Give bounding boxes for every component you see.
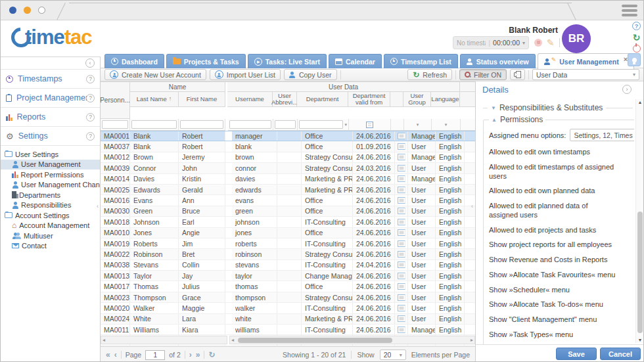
column-header-first-name[interactable]: First Name [179,92,225,107]
last-page-button[interactable]: » [196,351,200,359]
scrollbar-thumb[interactable] [637,212,643,334]
sidebar-item-account-management[interactable]: ⌂Account Management [1,221,100,231]
department-history-icon[interactable] [398,143,405,150]
department-history-icon[interactable] [398,197,405,204]
edit-pencil-icon[interactable]: ✎ [547,38,555,47]
sidebar-collapse-button[interactable]: ‹ [85,58,95,68]
tips-bulb-button[interactable] [628,53,641,66]
page-number-input[interactable] [145,350,165,360]
sidebar-item-user-management-changelog[interactable]: User Management Changelog [1,180,100,191]
column-header-username[interactable]: Username [227,92,273,107]
table-row[interactable]: MA0011WilliamsKiarawilliamsIT-Consulting… [101,325,475,335]
table-row[interactable]: MA0020WalkerMaggiewalkerIT-Consulting24.… [101,303,475,313]
logout-power-icon[interactable] [633,45,641,53]
department-history-icon[interactable] [398,208,405,214]
tab-user-management[interactable]: ✎User Management× [538,53,634,69]
scroll-left-icon[interactable]: ◂ [103,337,105,343]
assigned-menu-select[interactable]: Settings, 12, Timesta ▾ [570,129,634,141]
create-new-user-button[interactable]: Create New User Account [104,69,206,80]
table-row[interactable]: MA0030GreenBrucegreenOffice24.06.2016Use… [101,206,475,217]
table-row[interactable]: MA0022RobinsonBretrobinsonStrategy Consu… [101,249,475,260]
filter-department-input[interactable] [299,120,343,129]
table-row[interactable]: MA0017ThomasJuliusthomasOffice24.06.2016… [101,281,475,292]
department-history-icon[interactable] [398,327,405,333]
tab-tasks-live-start[interactable]: ▶Tasks: Live Start [248,54,327,68]
prev-page-button[interactable]: ‹ [114,351,117,359]
refresh-button[interactable]: ↻ Refresh [407,69,452,80]
help-icon[interactable]: ? [86,113,95,122]
department-history-icon[interactable] [398,240,405,247]
chevron-down-icon[interactable]: ▾ [522,40,525,46]
section-responsibilities[interactable]: ▼ Responsibilities & Substitutes [483,103,633,112]
department-history-icon[interactable] [398,175,405,182]
avatar[interactable]: BR [562,24,591,53]
sidebar-item-user-settings[interactable]: User Settings [1,149,100,160]
department-history-icon[interactable] [398,261,405,268]
page-size-select[interactable]: 20 ▾ [380,350,406,360]
table-row[interactable]: MA0013TaylorJaytaylorChange Management24… [101,271,475,281]
column-header-valid-from[interactable]: Department valid from [348,92,390,107]
right-pane-scrollbar[interactable]: ◂ ▸ [229,336,475,344]
section-permissions[interactable]: ▲ Permissions [489,115,545,124]
timestamp-widget[interactable]: No timestamp run... | 00:00:00 ▾ [453,36,529,49]
filter-last-name-input[interactable] [131,120,177,129]
chevron-down-icon[interactable]: ▾ [417,122,419,127]
filter-personnel-input[interactable] [102,120,128,129]
left-pane-scrollbar[interactable]: ◂ [101,336,227,344]
sidebar-item-project-management[interactable]: Project Management? [1,89,100,108]
help-icon[interactable]: ? [86,132,95,141]
department-history-icon[interactable] [398,219,405,225]
table-row[interactable]: MA0023ThompsonGracethompsonStrategy Cons… [101,292,475,303]
chevron-down-icon[interactable]: ▾ [344,122,347,127]
help-icon[interactable]: ? [86,75,95,83]
filter-first-name-input[interactable] [180,120,223,129]
filter-on-button[interactable]: Filter ON [459,69,507,80]
help-icon[interactable]: ? [86,94,95,102]
scroll-up-icon[interactable]: ▲ [636,100,644,104]
department-history-icon[interactable] [398,315,405,322]
department-history-icon[interactable] [398,283,405,290]
column-header-personnel[interactable]: Personn... [101,82,130,119]
department-history-icon[interactable] [398,294,405,301]
table-row[interactable]: MA0010JonesAngiejonesOffice24.06.2016Use… [101,228,475,238]
print-button[interactable] [510,69,525,80]
department-history-icon[interactable] [398,305,405,311]
scrollbar-thumb[interactable] [238,338,392,343]
reload-icon[interactable]: ↻ [633,34,641,41]
next-page-button[interactable]: › [189,351,192,359]
department-history-icon[interactable] [398,133,405,139]
view-select[interactable]: User Data ▾ [532,69,639,80]
filter-date-calendar-icon[interactable] [366,122,373,128]
filter-abbrev-input[interactable] [275,120,296,129]
tab-projects-tasks[interactable]: Projects & Tasks [166,54,246,68]
sidebar-item-account-settings[interactable]: Account Settings [1,210,100,221]
sidebar-item-reports[interactable]: Reports? [1,108,100,127]
details-splitter-handle[interactable]: ‹ [471,203,473,210]
table-row[interactable]: MA0038StevansCollinstevansIT-Consulting2… [101,260,475,271]
column-header-department[interactable]: Department [297,92,348,107]
department-history-icon[interactable] [398,273,405,279]
hamburger-menu-icon[interactable] [622,5,637,18]
help-icon[interactable]: ? [632,22,641,30]
sidebar-item-multiuser[interactable]: Multiuser [1,231,100,241]
scroll-left-icon[interactable]: ◂ [231,337,234,343]
cancel-button[interactable]: Cancel [600,348,641,360]
table-row[interactable]: MA0024WhiteLarawhiteMarketing & PR24.06.… [101,314,475,325]
sidebar-item-settings[interactable]: ⚙Settings? [1,127,100,146]
department-history-icon[interactable] [398,229,405,236]
tab-status-overview[interactable]: Status overview [460,54,536,68]
sidebar-splitter-handle[interactable]: ‹ [97,203,99,210]
import-user-list-button[interactable]: Import User List [210,69,281,80]
save-button[interactable]: Save [556,348,597,360]
tab-timestamp-list[interactable]: Timestamp List [384,54,458,68]
department-history-icon[interactable] [398,154,405,160]
table-row[interactable]: MA0037BlankRobertblankOffice01.09.2016Us… [101,141,475,152]
sidebar-item-departments[interactable]: Departments [1,190,100,200]
chevron-down-icon[interactable]: ▾ [445,122,448,127]
copy-user-button[interactable]: Copy User [284,69,337,80]
table-row[interactable]: MA0019RobertsJimrobertsIT-Consulting24.0… [101,238,475,249]
scroll-right-icon[interactable]: ▸ [471,337,473,343]
table-row[interactable]: MA0018JohnsonEarljohnsonIT-Consulting24.… [101,217,475,227]
table-row[interactable]: MA0012BrownJeremybrownStrategy Consultin… [101,152,475,163]
sidebar-item-user-management[interactable]: User Management [1,160,100,170]
